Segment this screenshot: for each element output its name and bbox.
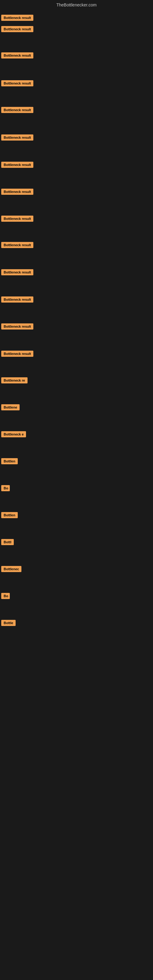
badge-row: Bottleneck result bbox=[1, 80, 33, 88]
badge-row: Bottleneck result bbox=[1, 134, 33, 142]
bottleneck-result-badge: Bo bbox=[1, 485, 10, 491]
badge-row: Bottleneck result bbox=[1, 162, 33, 169]
badge-row: Bottleneck result bbox=[1, 107, 33, 114]
bottleneck-result-badge: Bottlenec bbox=[1, 566, 21, 572]
badge-row: Bo bbox=[1, 593, 10, 600]
badges-container: Bottleneck resultBottleneck resultBottle… bbox=[0, 9, 153, 682]
bottleneck-result-badge: Bo bbox=[1, 593, 10, 599]
bottleneck-result-badge: Bottlen bbox=[1, 512, 18, 518]
bottleneck-result-badge: Bottleneck result bbox=[1, 80, 33, 86]
badge-row: Bo bbox=[1, 485, 10, 492]
badge-row: Bottleneck re bbox=[1, 377, 27, 385]
bottleneck-result-badge: Bottleneck result bbox=[1, 216, 33, 222]
badge-row: Bottleneck e bbox=[1, 431, 26, 439]
badge-row: Bottlen bbox=[1, 458, 18, 466]
bottleneck-result-badge: Bottleneck result bbox=[1, 15, 33, 21]
bottleneck-result-badge: Bottleneck result bbox=[1, 323, 33, 329]
bottleneck-result-badge: Bottleneck result bbox=[1, 351, 33, 357]
bottleneck-result-badge: Bottleneck result bbox=[1, 107, 33, 113]
bottleneck-result-badge: Bottleneck result bbox=[1, 26, 33, 32]
bottleneck-result-badge: Bottleneck result bbox=[1, 162, 33, 168]
badge-row: Bottleneck result bbox=[1, 323, 33, 331]
badge-row: Bottleneck result bbox=[1, 15, 33, 22]
bottleneck-result-badge: Bottlen bbox=[1, 458, 18, 464]
bottleneck-result-badge: Bottleneck result bbox=[1, 189, 33, 195]
badge-row: Bottleneck result bbox=[1, 52, 33, 60]
badge-row: Bottleneck result bbox=[1, 242, 33, 249]
bottleneck-result-badge: Bottleneck result bbox=[1, 52, 33, 59]
badge-row: Bottlen bbox=[1, 512, 18, 519]
site-title: TheBottlenecker.com bbox=[0, 0, 153, 9]
badge-row: Bottlenec bbox=[1, 566, 21, 573]
badge-row: Bottleneck result bbox=[1, 269, 33, 277]
bottleneck-result-badge: Bottleneck result bbox=[1, 296, 33, 302]
badge-row: Bottleneck result bbox=[1, 296, 33, 304]
badge-row: Bottleneck result bbox=[1, 26, 33, 33]
badge-row: Bottleneck result bbox=[1, 189, 33, 196]
badge-row: Bottleneck result bbox=[1, 351, 33, 358]
badge-row: Bottlene bbox=[1, 404, 19, 412]
bottleneck-result-badge: Bottleneck result bbox=[1, 134, 33, 140]
badge-row: Bottl bbox=[1, 539, 14, 546]
bottleneck-result-badge: Bottleneck result bbox=[1, 269, 33, 275]
bottleneck-result-badge: Bottle bbox=[1, 620, 16, 626]
bottleneck-result-badge: Bottlene bbox=[1, 404, 19, 410]
bottleneck-result-badge: Bottl bbox=[1, 539, 14, 545]
badge-row: Bottleneck result bbox=[1, 216, 33, 223]
bottleneck-result-badge: Bottleneck re bbox=[1, 377, 27, 383]
bottleneck-result-badge: Bottleneck e bbox=[1, 431, 26, 438]
badge-row: Bottle bbox=[1, 620, 16, 627]
bottleneck-result-badge: Bottleneck result bbox=[1, 242, 33, 248]
